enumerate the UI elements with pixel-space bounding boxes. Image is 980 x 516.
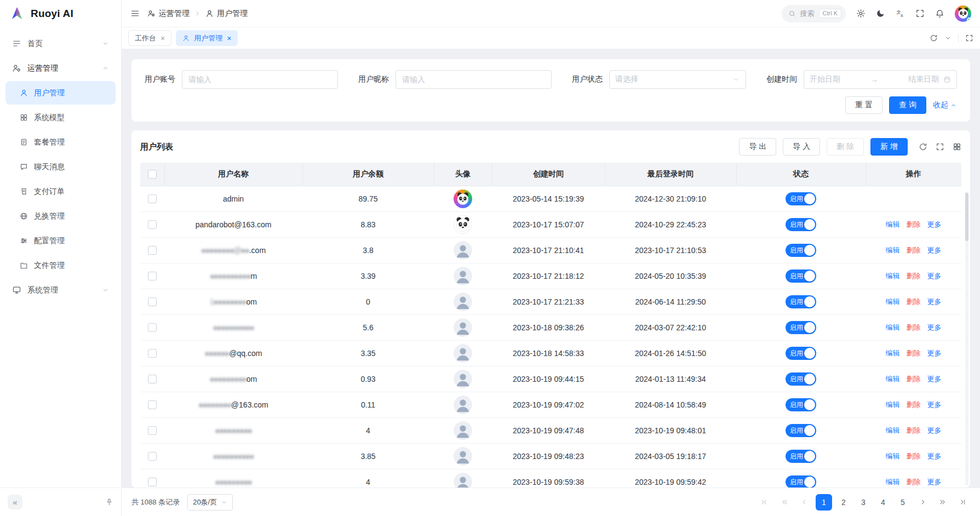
status-toggle[interactable]: 启用 xyxy=(786,218,816,231)
edit-link[interactable]: 编辑 xyxy=(886,478,900,486)
column-settings-grid-icon[interactable] xyxy=(953,142,961,151)
maximize-icon[interactable] xyxy=(965,34,973,42)
pin-icon[interactable] xyxy=(105,498,113,506)
row-checkbox[interactable] xyxy=(148,220,157,229)
row-checkbox[interactable] xyxy=(148,426,157,435)
sidebar-collapse-button[interactable]: « xyxy=(8,495,22,509)
more-link[interactable]: 更多 xyxy=(927,323,942,331)
status-toggle[interactable]: 启用 xyxy=(786,270,816,283)
row-checkbox[interactable] xyxy=(148,349,157,358)
sidebar-item-system-model[interactable]: 系统模型 xyxy=(5,106,116,129)
row-checkbox[interactable] xyxy=(148,478,157,486)
status-toggle[interactable]: 启用 xyxy=(786,192,816,205)
breadcrumb-operations[interactable]: 运营管理 xyxy=(147,9,190,19)
edit-link[interactable]: 编辑 xyxy=(886,246,900,254)
status-toggle[interactable]: 启用 xyxy=(786,475,816,488)
delete-link[interactable]: 删除 xyxy=(907,297,921,306)
status-toggle[interactable]: 启用 xyxy=(786,321,816,334)
edit-link[interactable]: 编辑 xyxy=(886,400,900,409)
refresh-icon[interactable] xyxy=(930,34,938,42)
sidebar-item-file-management[interactable]: 文件管理 xyxy=(5,254,116,277)
close-icon[interactable]: × xyxy=(227,35,231,42)
status-toggle[interactable]: 启用 xyxy=(786,347,816,360)
pagination-next-button[interactable] xyxy=(914,494,931,511)
delete-link[interactable]: 删除 xyxy=(907,400,921,409)
language-translate-icon[interactable]: 文A xyxy=(896,9,905,18)
edit-link[interactable]: 编辑 xyxy=(886,220,900,228)
chevron-down-icon[interactable] xyxy=(944,35,952,42)
hamburger-menu-icon[interactable] xyxy=(130,9,140,18)
page-size-select[interactable]: 20条/页 xyxy=(187,494,233,511)
more-link[interactable]: 更多 xyxy=(927,220,942,228)
sidebar-item-user-management[interactable]: 用户管理 xyxy=(5,81,116,105)
delete-link[interactable]: 删除 xyxy=(907,246,921,254)
row-checkbox[interactable] xyxy=(148,297,157,306)
more-link[interactable]: 更多 xyxy=(927,349,942,357)
more-link[interactable]: 更多 xyxy=(927,272,942,280)
select-all-checkbox[interactable] xyxy=(148,170,157,179)
notifications-bell-icon[interactable] xyxy=(935,9,944,18)
row-checkbox[interactable] xyxy=(148,246,157,255)
sidebar-item-package-management[interactable]: 套餐管理 xyxy=(5,130,116,154)
reset-button[interactable]: 重 置 xyxy=(845,96,882,114)
row-checkbox[interactable] xyxy=(148,323,157,332)
sidebar-item-system[interactable]: 系统管理 xyxy=(5,278,116,302)
pagination-prev-double-button[interactable] xyxy=(776,494,793,511)
more-link[interactable]: 更多 xyxy=(927,478,942,486)
breadcrumb-user-management[interactable]: 用户管理 xyxy=(205,9,248,19)
page-button-2[interactable]: 2 xyxy=(835,494,852,511)
settings-gear-icon[interactable] xyxy=(856,9,866,18)
edit-link[interactable]: 编辑 xyxy=(886,375,900,383)
sidebar-item-config-management[interactable]: 配置管理 xyxy=(5,229,116,253)
edit-link[interactable]: 编辑 xyxy=(886,452,900,460)
scrollbar-thumb[interactable] xyxy=(965,193,968,241)
import-button[interactable]: 导 入 xyxy=(783,138,820,156)
row-checkbox[interactable] xyxy=(148,400,157,409)
delete-link[interactable]: 删除 xyxy=(907,220,921,228)
status-toggle[interactable]: 启用 xyxy=(786,372,816,386)
export-button[interactable]: 导 出 xyxy=(739,138,776,156)
status-toggle[interactable]: 启用 xyxy=(786,244,816,257)
refresh-icon[interactable] xyxy=(919,142,927,151)
status-toggle[interactable]: 启用 xyxy=(786,398,816,411)
more-link[interactable]: 更多 xyxy=(927,452,942,460)
delete-link[interactable]: 删除 xyxy=(907,272,921,280)
status-select[interactable]: 请选择 xyxy=(609,70,746,89)
pagination-prev-button[interactable] xyxy=(796,494,812,511)
edit-link[interactable]: 编辑 xyxy=(886,349,900,357)
sidebar-item-payment-orders[interactable]: 支付订单 xyxy=(5,180,116,203)
page-button-3[interactable]: 3 xyxy=(855,494,872,511)
edit-link[interactable]: 编辑 xyxy=(886,426,900,434)
more-link[interactable]: 更多 xyxy=(927,400,942,409)
more-link[interactable]: 更多 xyxy=(927,375,942,383)
pagination-last-button[interactable] xyxy=(954,494,970,511)
add-button[interactable]: 新 增 xyxy=(870,138,908,156)
row-checkbox[interactable] xyxy=(148,452,157,461)
user-avatar[interactable] xyxy=(955,5,971,22)
row-checkbox[interactable] xyxy=(148,194,157,203)
pagination-first-button[interactable] xyxy=(757,494,773,511)
collapse-filter-link[interactable]: 收起 xyxy=(933,100,957,110)
fullscreen-icon[interactable] xyxy=(915,9,925,18)
delete-link[interactable]: 删除 xyxy=(907,426,921,434)
sidebar-item-chat-messages[interactable]: 聊天消息 xyxy=(5,155,116,179)
global-search[interactable]: 搜索 Ctrl K xyxy=(782,5,846,22)
status-toggle[interactable]: 启用 xyxy=(786,295,816,308)
tab-user-management[interactable]: 用户管理 × xyxy=(176,30,238,46)
delete-link[interactable]: 删除 xyxy=(907,452,921,460)
sidebar-item-operations[interactable]: 运营管理 xyxy=(5,56,116,80)
nickname-input[interactable] xyxy=(396,70,552,89)
status-toggle[interactable]: 启用 xyxy=(786,450,816,463)
query-button[interactable]: 查 询 xyxy=(889,96,926,114)
page-button-5[interactable]: 5 xyxy=(895,494,911,511)
page-button-1[interactable]: 1 xyxy=(816,494,832,511)
more-link[interactable]: 更多 xyxy=(927,297,942,306)
dark-mode-moon-icon[interactable] xyxy=(876,9,885,18)
sidebar-item-exchange-management[interactable]: 兑换管理 xyxy=(5,204,116,228)
row-checkbox[interactable] xyxy=(148,375,157,383)
tab-workbench[interactable]: 工作台 × xyxy=(128,30,171,46)
table-scrollbar[interactable] xyxy=(965,192,968,485)
delete-link[interactable]: 删除 xyxy=(907,375,921,383)
more-link[interactable]: 更多 xyxy=(927,426,942,434)
delete-link[interactable]: 删除 xyxy=(907,349,921,357)
